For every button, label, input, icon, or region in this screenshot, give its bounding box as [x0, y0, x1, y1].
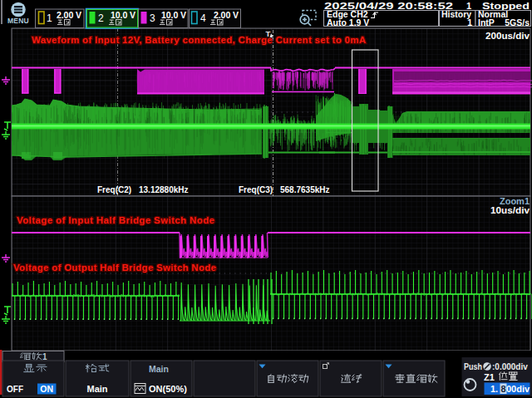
- svg-text:10.0 V: 10.0 V: [161, 10, 186, 20]
- svg-text:1.: 1.: [490, 384, 498, 394]
- svg-text:IntP: IntP: [478, 17, 495, 27]
- svg-text:568.7635kHz: 568.7635kHz: [280, 185, 330, 194]
- svg-text:4: 4: [200, 12, 206, 24]
- svg-text:5GS/s: 5GS/s: [505, 17, 530, 27]
- svg-text:1: 1: [467, 17, 472, 27]
- svg-text:3: 3: [150, 12, 155, 24]
- svg-text:10.0 V: 10.0 V: [111, 10, 135, 20]
- svg-text:Z1: Z1: [484, 372, 495, 382]
- svg-text:Voltage of Input Half Bridge S: Voltage of Input Half Bridge Switch Node: [17, 215, 214, 225]
- svg-text:MENU: MENU: [7, 17, 29, 25]
- svg-text:8: 8: [501, 384, 506, 394]
- svg-text:Waveform of Input 12V, Battery: Waveform of Input 12V, Battery connected…: [32, 35, 366, 45]
- svg-text:10us/div: 10us/div: [490, 205, 530, 215]
- svg-text:Freq(C3): Freq(C3): [239, 185, 273, 194]
- svg-text:1: 1: [42, 352, 47, 361]
- svg-text:Main: Main: [86, 384, 107, 394]
- svg-text:ON(50%): ON(50%): [149, 384, 187, 394]
- svg-text:00div: 00div: [506, 384, 530, 394]
- svg-text:ON: ON: [40, 384, 53, 394]
- svg-text:OFF: OFF: [7, 385, 23, 394]
- svg-text:1: 1: [47, 12, 52, 24]
- svg-text:Main: Main: [149, 364, 169, 374]
- svg-text:Voltage of Output Half Bridge: Voltage of Output Half Bridge Switch Nod…: [13, 263, 216, 273]
- svg-text:13.12880kHz: 13.12880kHz: [139, 185, 189, 194]
- svg-text:Freq(C2): Freq(C2): [97, 185, 131, 194]
- svg-text:2.00 V: 2.00 V: [214, 10, 239, 20]
- svg-text::0.000div: :0.000div: [492, 362, 528, 371]
- svg-text:Auto 1.9 V: Auto 1.9 V: [327, 17, 369, 27]
- svg-text:Push: Push: [464, 362, 482, 371]
- svg-text:2.00 V: 2.00 V: [57, 10, 81, 20]
- svg-text:200us/div: 200us/div: [485, 31, 530, 41]
- svg-text:2: 2: [98, 12, 104, 24]
